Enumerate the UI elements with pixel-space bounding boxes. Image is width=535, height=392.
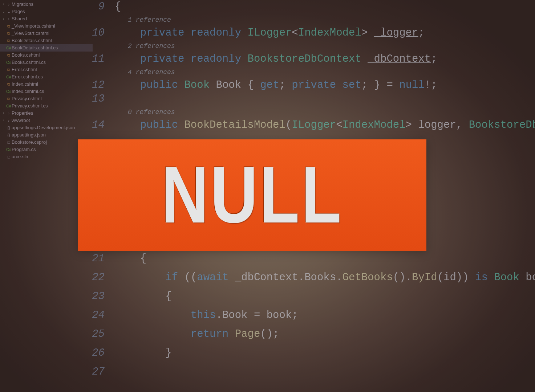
code-line: public BookDetailsModel(ILogger<IndexMod… <box>115 118 535 132</box>
chevron-icon: › <box>1 1 6 8</box>
file-tree-item[interactable]: C#Privacy.cshtml.cs <box>0 102 93 110</box>
file-tree-item[interactable]: ››Migrations <box>0 1 93 8</box>
file-tree-label: _ViewStart.cshtml <box>12 30 49 37</box>
file-icon: ⧉ <box>6 37 12 44</box>
codelens-ref[interactable]: 0 references <box>87 106 535 118</box>
chevron-icon: › <box>1 15 6 23</box>
code-line: if ((await _dbContext.Books.GetBooks().B… <box>115 271 535 285</box>
code-line: { <box>115 252 535 266</box>
file-tree-label: Pages <box>12 8 25 15</box>
file-tree-item[interactable]: ››wwwroot <box>0 117 93 124</box>
file-icon: › <box>6 15 12 23</box>
file-icon: › <box>6 110 12 117</box>
file-icon: ⧉ <box>6 95 12 102</box>
file-tree-item[interactable]: ⧉Books.cshtml <box>0 52 93 59</box>
file-tree-item[interactable]: {}appsettings.json <box>0 131 93 139</box>
file-tree-item[interactable]: C#Index.cshtml.cs <box>0 88 93 95</box>
file-tree-label: Migrations <box>12 1 33 8</box>
chevron-icon: › <box>1 117 6 124</box>
file-tree-item[interactable]: ⌄⌄Pages <box>0 8 93 15</box>
file-tree-label: appsettings.json <box>12 131 46 139</box>
code-line: public Book Book { get; private set; } =… <box>115 78 535 92</box>
chevron-icon: › <box>1 110 6 117</box>
file-tree-item[interactable]: ⧉BookDetails.cshtml <box>0 37 93 44</box>
file-tree-label: Books.cshtml <box>12 52 40 59</box>
file-tree-item[interactable]: C#BookDetails.cshtml.cs <box>0 44 93 52</box>
file-tree-label: Books.cshtml.cs <box>12 59 46 66</box>
code-line: { <box>115 0 535 14</box>
line-number: 24 <box>87 309 115 322</box>
file-tree-label: Shared <box>12 15 27 23</box>
line-number: 9 <box>87 0 115 14</box>
file-tree-item[interactable]: ⧉_ViewStart.cshtml <box>0 30 93 37</box>
file-icon: ⧉ <box>6 81 12 88</box>
file-icon: □ <box>6 139 12 146</box>
file-tree-item[interactable]: C#Books.cshtml.cs <box>0 59 93 66</box>
line-number: 25 <box>87 327 115 341</box>
file-tree-label: _ViewImports.cshtml <box>12 23 55 30</box>
file-icon: C# <box>6 44 12 52</box>
code-line <box>115 92 535 106</box>
file-icon: ⌄ <box>6 8 12 15</box>
file-tree-item[interactable]: ⧉_ViewImports.cshtml <box>0 23 93 30</box>
line-number: 22 <box>87 271 115 285</box>
file-tree-label: urce.sln <box>12 153 28 160</box>
line-number: 26 <box>87 346 115 360</box>
file-tree-item[interactable]: ⧉Error.cshtml <box>0 66 93 73</box>
file-tree-label: BookDetails.cshtml <box>12 37 52 44</box>
file-icon: C# <box>6 73 12 81</box>
file-icon: ⧉ <box>6 23 12 30</box>
file-icon: C# <box>6 102 12 110</box>
code-line <box>115 365 535 379</box>
file-icon: {} <box>6 131 12 139</box>
line-number: 14 <box>87 118 115 132</box>
line-number: 27 <box>87 365 115 379</box>
file-icon: ⧉ <box>6 66 12 73</box>
code-line: return Page(); <box>115 327 535 341</box>
line-number: 13 <box>87 92 115 106</box>
file-tree-label: Privacy.cshtml <box>12 95 42 102</box>
file-icon: › <box>6 117 12 124</box>
code-line: this.Book = book; <box>115 309 535 322</box>
code-line: private readonly BookstoreDbContext _dbC… <box>115 52 535 66</box>
file-tree-item[interactable]: ⧉Index.cshtml <box>0 81 93 88</box>
file-icon: C# <box>6 88 12 95</box>
line-number: 10 <box>87 26 115 40</box>
code-line: { <box>115 290 535 303</box>
file-tree-item[interactable]: {}appsettings.Development.json <box>0 124 93 131</box>
file-tree-item[interactable]: ⧉Privacy.cshtml <box>0 95 93 102</box>
file-tree-item[interactable]: ››Shared <box>0 15 93 23</box>
file-tree-label: Bookstore.csproj <box>12 139 47 146</box>
line-number: 11 <box>87 52 115 66</box>
null-banner: NULL <box>78 139 426 251</box>
file-tree-label: Error.cshtml <box>12 66 37 73</box>
line-number: 12 <box>87 78 115 92</box>
file-tree-label: Index.cshtml.cs <box>12 88 44 95</box>
file-icon: ◌ <box>6 153 12 160</box>
file-icon: C# <box>6 146 12 153</box>
file-tree-label: Index.cshtml <box>12 81 38 88</box>
file-tree-item[interactable]: C#Error.cshtml.cs <box>0 73 93 81</box>
file-tree-label: BookDetails.cshtml.cs <box>12 44 58 52</box>
file-icon: ⧉ <box>6 52 12 59</box>
codelens-ref[interactable]: 4 references <box>87 66 535 78</box>
codelens-ref[interactable]: 2 references <box>87 40 535 52</box>
line-number: 21 <box>87 252 115 266</box>
file-icon: C# <box>6 59 12 66</box>
file-tree-item[interactable]: ››Properties <box>0 110 93 117</box>
file-tree-label: appsettings.Development.json <box>12 124 75 131</box>
codelens-ref[interactable]: 1 reference <box>87 14 535 26</box>
file-icon: {} <box>6 124 12 131</box>
file-icon: › <box>6 1 12 8</box>
chevron-icon: ⌄ <box>1 8 6 15</box>
file-tree-label: Privacy.cshtml.cs <box>12 102 48 110</box>
code-line: } <box>115 346 535 360</box>
file-tree-label: Error.cshtml.cs <box>12 73 43 81</box>
file-icon: ⧉ <box>6 30 12 37</box>
null-banner-text: NULL <box>161 149 343 241</box>
line-number: 23 <box>87 290 115 303</box>
file-tree-label: Program.cs <box>12 146 36 153</box>
code-line: private readonly ILogger<IndexModel> _lo… <box>115 26 535 40</box>
file-tree-label: wwwroot <box>12 117 30 124</box>
file-tree-label: Properties <box>12 110 33 117</box>
